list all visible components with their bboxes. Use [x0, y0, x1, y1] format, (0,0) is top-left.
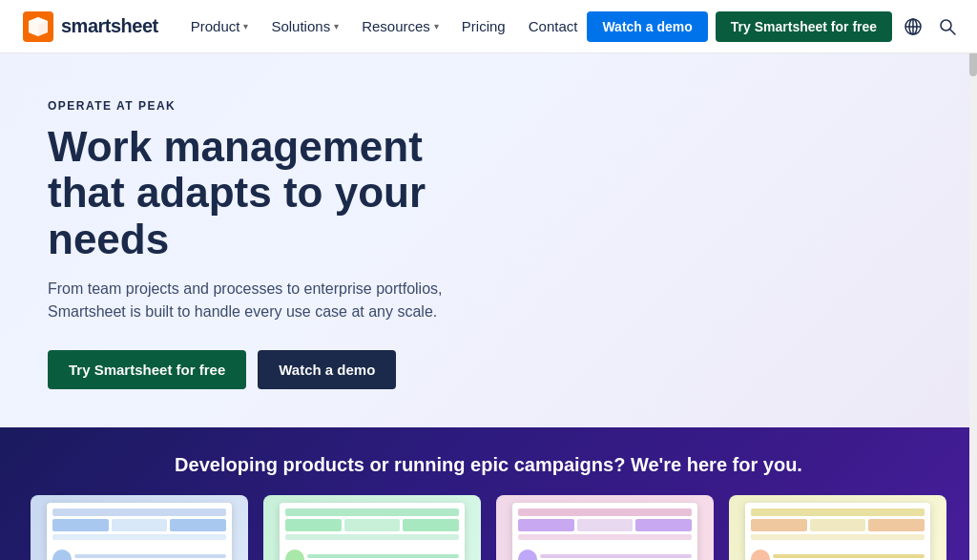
mini-dashboard-services	[280, 503, 465, 560]
nav-item-contact[interactable]: Contact	[519, 12, 588, 40]
chevron-down-icon: ▾	[434, 21, 439, 31]
chevron-down-icon: ▾	[334, 21, 339, 31]
nav-item-pricing[interactable]: Pricing	[452, 12, 515, 40]
solution-card-img-services	[263, 495, 481, 560]
nav-item-resources[interactable]: Resources ▾	[352, 12, 448, 40]
scrollbar[interactable]	[969, 0, 977, 560]
globe-icon	[904, 17, 923, 36]
hero-try-free-button[interactable]: Try Smartsheet for free	[48, 350, 246, 389]
mini-dashboard-pmo	[745, 503, 930, 560]
nav-item-product[interactable]: Product ▾	[181, 12, 259, 40]
hero-eyebrow: OPERATE AT PEAK	[48, 99, 929, 113]
chevron-down-icon: ▾	[243, 21, 248, 31]
nav-item-solutions[interactable]: Solutions ▾	[261, 12, 348, 40]
try-free-button[interactable]: Try Smartsheet for free	[716, 11, 892, 42]
solution-card-img-it	[31, 495, 248, 560]
solution-card-img-pmo	[729, 495, 946, 560]
watch-demo-button[interactable]: Watch a demo	[587, 11, 707, 42]
solution-card-pmo[interactable]: Business PMO Ensure projects and portfol…	[729, 495, 946, 560]
hero-title: Work management that adapts to your need…	[48, 124, 506, 262]
globe-icon-button[interactable]	[900, 13, 926, 40]
svg-point-6	[941, 20, 951, 31]
nav-right: Watch a demo Try Smartsheet for free Log…	[587, 5, 977, 49]
mini-dashboard-marketing	[512, 503, 697, 560]
solution-card-services[interactable]: Services delivery Deliver efficient serv…	[263, 495, 481, 560]
logo[interactable]: smartsheet	[23, 11, 158, 42]
navbar: smartsheet Product ▾ Solutions ▾ Resourc…	[0, 0, 977, 53]
solution-card-img-marketing	[496, 495, 714, 560]
nav-links: Product ▾ Solutions ▾ Resources ▾ Pricin…	[181, 12, 588, 40]
smartsheet-logo-icon	[23, 11, 53, 42]
svg-line-7	[950, 30, 955, 34]
search-icon	[938, 17, 957, 36]
login-link[interactable]: Log in	[968, 5, 977, 49]
solution-card-it[interactable]: IT portfolio management Make better inve…	[31, 495, 248, 560]
hero-section: OPERATE AT PEAK Work management that ada…	[0, 53, 977, 427]
solutions-heading: Developing products or running epic camp…	[31, 454, 946, 476]
hero-subtitle: From team projects and processes to ente…	[48, 278, 448, 323]
solutions-section: Developing products or running epic camp…	[0, 427, 977, 560]
logo-text: smartsheet	[61, 15, 158, 37]
solution-card-marketing[interactable]: Marketing management Optimize campaigns …	[496, 495, 714, 560]
search-icon-button[interactable]	[934, 13, 961, 40]
hero-buttons: Try Smartsheet for free Watch a demo	[48, 350, 929, 389]
solutions-cards: IT portfolio management Make better inve…	[31, 495, 946, 560]
hero-watch-demo-button[interactable]: Watch a demo	[258, 350, 396, 389]
mini-dashboard-it	[47, 503, 232, 560]
